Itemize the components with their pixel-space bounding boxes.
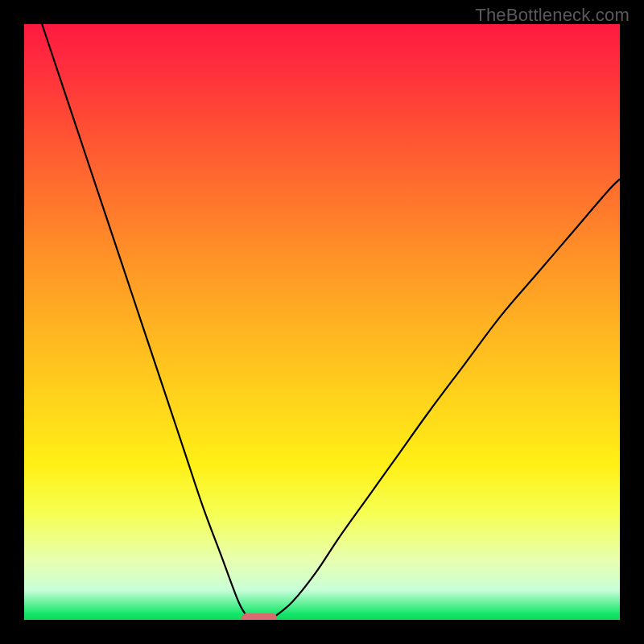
watermark-text: TheBottleneck.com: [475, 5, 630, 26]
plot-area: [24, 24, 620, 620]
left-branch-curve: [42, 24, 247, 617]
curve-svg: [24, 24, 620, 620]
chart-container: TheBottleneck.com: [0, 0, 644, 644]
right-branch-curve: [275, 179, 620, 617]
bottleneck-marker: [242, 613, 277, 620]
